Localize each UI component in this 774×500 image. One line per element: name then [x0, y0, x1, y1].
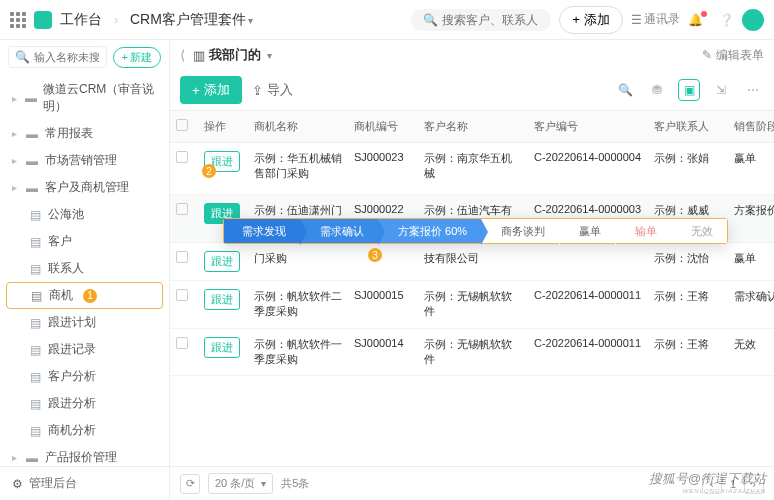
sidebar-search[interactable]: 🔍	[8, 46, 107, 68]
column-header[interactable]: 销售阶段	[728, 111, 774, 142]
sidebar-item[interactable]: ▤商机1	[6, 282, 163, 309]
cell-name: 示例：华五机械销售部门采购	[254, 151, 342, 182]
stage-step[interactable]: 商务谈判	[481, 219, 559, 243]
app-launcher-icon[interactable]	[10, 12, 26, 28]
column-header[interactable]: 客户编号	[528, 111, 648, 142]
sidebar-item-label: 跟进计划	[48, 314, 96, 331]
stage-step[interactable]: 赢单	[559, 219, 615, 243]
import-button[interactable]: ⇪导入	[252, 81, 293, 99]
folder-icon: ▬	[25, 182, 39, 194]
advance-button[interactable]: 跟进	[204, 337, 240, 358]
advance-button[interactable]: 跟进	[204, 289, 240, 310]
contacts-link[interactable]: ☰通讯录	[631, 11, 680, 28]
annotation-badge-3: 3	[368, 248, 382, 262]
column-header[interactable]: 商机名称	[248, 111, 348, 142]
edit-form-link[interactable]: ✎ 编辑表单	[702, 47, 764, 64]
stage-step[interactable]: 需求确认	[300, 219, 378, 243]
plus-icon: +	[122, 51, 128, 63]
row-checkbox[interactable]	[176, 203, 188, 215]
stage-step[interactable]: 输单	[615, 219, 671, 243]
table-row[interactable]: 跟进示例：帆软软件二季度采购SJ000015示例：无锡帆软软件C-2022061…	[170, 281, 774, 329]
table-row[interactable]: 跟进门采购技有限公司示例：沈怡赢单	[170, 243, 774, 281]
app-logo	[34, 11, 52, 29]
stage-step[interactable]: 无效	[671, 219, 727, 243]
sidebar-item[interactable]: ▤商机分析	[0, 417, 169, 444]
sidebar-item-label: 客户	[48, 233, 72, 250]
table-row[interactable]: 跟进2示例：华五机械销售部门采购SJ000023示例：南京华五机械C-20220…	[170, 143, 774, 195]
panel-toggle-icon[interactable]: ▣	[678, 79, 700, 101]
sidebar-item[interactable]: ▤客户	[0, 228, 169, 255]
column-header[interactable]: 商机编号	[348, 111, 418, 142]
caret-icon: ▸	[12, 182, 17, 193]
sidebar-item[interactable]: ▤跟进记录	[0, 336, 169, 363]
cell-customer: 示例：无锡帆软软件	[424, 289, 522, 320]
notifications-icon[interactable]: 🔔	[688, 13, 711, 27]
stage-step[interactable]: 需求发现	[224, 219, 300, 243]
cell-name: 示例：帆软软件一季度采购	[254, 337, 342, 368]
folder-icon: ▬	[25, 92, 37, 104]
column-header[interactable]: 客户名称	[418, 111, 528, 142]
sidebar-item-label: 联系人	[48, 260, 84, 277]
help-icon[interactable]: ❔	[719, 13, 734, 27]
advance-button[interactable]: 跟进	[204, 251, 240, 272]
import-icon: ⇪	[252, 83, 263, 98]
sidebar-item[interactable]: ▤联系人	[0, 255, 169, 282]
sidebar-nav: ▸▬微道云CRM（审音说明）▸▬常用报表▸▬市场营销管理▸▬客户及商机管理▤公海…	[0, 74, 169, 466]
sidebar-item[interactable]: ▸▬产品报价管理	[0, 444, 169, 466]
cell-code: SJ000014	[354, 337, 412, 349]
search-icon: 🔍	[423, 13, 438, 27]
top-bar: 工作台 › CRM客户管理套件▾ 🔍 +添加 ☰通讯录 🔔 ❔	[0, 0, 774, 40]
table-row[interactable]: 跟进示例：帆软软件一季度采购SJ000014示例：无锡帆软软件C-2022061…	[170, 329, 774, 377]
breadcrumb-suite[interactable]: CRM客户管理套件▾	[130, 11, 253, 29]
annotation-badge: 1	[83, 289, 97, 303]
avatar[interactable]	[742, 9, 764, 31]
row-checkbox[interactable]	[176, 289, 188, 301]
sidebar-search-input[interactable]	[34, 51, 100, 63]
sidebar-item-label: 客户分析	[48, 368, 96, 385]
gear-icon: ⚙	[12, 477, 23, 491]
book-icon: ▥	[193, 48, 205, 63]
filter-icon[interactable]: ⛃	[646, 79, 668, 101]
share-icon[interactable]: ⇲	[710, 79, 732, 101]
breadcrumb-root[interactable]: 工作台	[60, 11, 102, 29]
collapse-sidebar-icon[interactable]: ⟨	[180, 47, 185, 63]
global-search-input[interactable]	[442, 13, 539, 27]
column-header[interactable]: 操作	[198, 111, 248, 142]
sheet-icon: ▤	[28, 344, 42, 356]
caret-icon: ▸	[12, 93, 17, 104]
page-size-select[interactable]: 20 条/页▾	[208, 473, 273, 494]
stage-step[interactable]: 方案报价 60%	[378, 219, 481, 243]
sidebar-item[interactable]: ▸▬常用报表	[0, 120, 169, 147]
search-icon[interactable]: 🔍	[614, 79, 636, 101]
select-all-checkbox[interactable]	[176, 119, 188, 131]
sidebar-item[interactable]: ▸▬市场营销管理	[0, 147, 169, 174]
total-count: 共5条	[281, 476, 309, 491]
new-button[interactable]: +新建	[113, 47, 161, 68]
cell-contact: 示例：威威	[654, 203, 722, 218]
sidebar-item[interactable]: ▸▬客户及商机管理	[0, 174, 169, 201]
add-button[interactable]: +添加	[559, 6, 623, 34]
cell-code: SJ000015	[354, 289, 412, 301]
row-checkbox[interactable]	[176, 337, 188, 349]
sidebar-item[interactable]: ▤跟进分析	[0, 390, 169, 417]
column-header[interactable]	[170, 111, 198, 141]
sidebar-item[interactable]: ▤公海池	[0, 201, 169, 228]
caret-icon: ▸	[12, 155, 17, 166]
admin-link[interactable]: ⚙ 管理后台	[0, 466, 169, 500]
cell-code: SJ000023	[354, 151, 412, 163]
refresh-icon[interactable]: ⟳	[180, 474, 200, 494]
sidebar-item[interactable]: ▸▬微道云CRM（审音说明）	[0, 76, 169, 120]
scope-selector[interactable]: ▥ 我部门的 ▾	[193, 46, 272, 64]
sidebar-item[interactable]: ▤跟进计划	[0, 309, 169, 336]
global-search[interactable]: 🔍	[411, 9, 551, 31]
sidebar-item[interactable]: ▤客户分析	[0, 363, 169, 390]
more-icon[interactable]: ⋯	[742, 79, 764, 101]
caret-icon: ▸	[12, 452, 17, 463]
row-checkbox[interactable]	[176, 151, 188, 163]
stage-progress-popover[interactable]: 需求发现需求确认方案报价 60%商务谈判赢单输单无效	[223, 218, 728, 244]
add-record-button[interactable]: +添加	[180, 76, 242, 104]
row-checkbox[interactable]	[176, 251, 188, 263]
edit-icon: ✎	[702, 48, 712, 62]
caret-icon: ▸	[12, 128, 17, 139]
column-header[interactable]: 客户联系人	[648, 111, 728, 142]
